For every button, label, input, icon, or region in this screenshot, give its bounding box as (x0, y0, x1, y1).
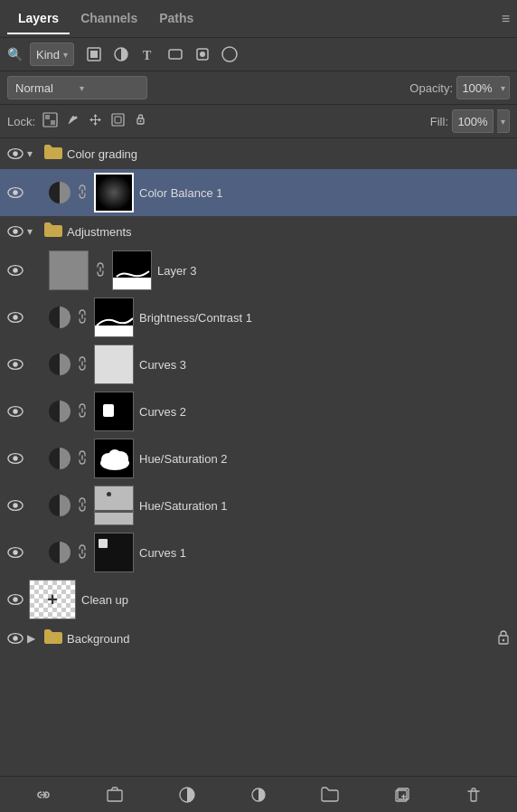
layer-row-color-balance-1[interactable]: Color Balance 1 (0, 169, 517, 216)
link-icon-curves1[interactable] (76, 543, 89, 562)
chevron-adjustments[interactable]: ▾ (27, 225, 40, 238)
svg-point-15 (140, 120, 142, 122)
adj-icon-huesat1 (49, 495, 70, 516)
filter-icons: T (85, 45, 239, 63)
opacity-dropdown-arrow[interactable]: ▾ (497, 76, 510, 99)
filter-adj-icon[interactable] (112, 45, 130, 63)
svg-point-30 (13, 409, 17, 413)
tab-paths[interactable]: Paths (148, 4, 204, 34)
layer-row-curves3[interactable]: Curves 3 (0, 341, 517, 388)
visibility-eye-huesat2[interactable] (7, 452, 24, 465)
visibility-eye-curves3[interactable] (7, 358, 24, 371)
visibility-eye-curves1[interactable] (7, 546, 24, 559)
svg-rect-10 (51, 120, 55, 125)
layer-name-curves2: Curves 2 (139, 405, 510, 419)
thumb-brightness1 (94, 297, 134, 337)
lock-badge-background (497, 629, 510, 648)
panel-menu-icon[interactable]: ≡ (502, 11, 510, 27)
filter-smart-icon[interactable] (193, 45, 212, 63)
svg-text:T: T (143, 49, 152, 62)
add-style-button[interactable] (102, 782, 127, 807)
filter-pixel-icon[interactable] (85, 45, 103, 63)
blend-mode-label: Normal (15, 81, 76, 95)
group-row-background[interactable]: ▶ Background (0, 623, 517, 654)
link-icon-huesat1[interactable] (76, 496, 89, 515)
layer-row-curves1[interactable]: Curves 1 (0, 529, 517, 576)
svg-point-32 (13, 456, 17, 460)
visibility-eye-cleanup[interactable] (7, 593, 24, 606)
layer-row-huesat1[interactable]: Hue/Saturation 1 (0, 482, 517, 529)
visibility-eye-huesat1[interactable] (7, 499, 24, 512)
layer-row-cleanup[interactable]: + Clean up (0, 576, 517, 623)
visibility-eye-brightness1[interactable] (7, 311, 24, 324)
group-row-color-grading[interactable]: ▾ Color grading (0, 138, 517, 169)
fill-input[interactable] (452, 109, 494, 133)
link-icon-curves3[interactable] (76, 355, 89, 374)
layer-row-curves2[interactable]: Curves 2 (0, 388, 517, 435)
svg-rect-4 (169, 50, 182, 59)
tab-channels[interactable]: Channels (70, 4, 148, 34)
filter-text-icon[interactable]: T (139, 45, 157, 63)
lock-artboard-icon[interactable] (110, 112, 126, 130)
lock-transparent-icon[interactable] (42, 112, 58, 130)
thumb-huesat1 (94, 486, 134, 525)
filter-bar: 🔍 Kind ▾ T (0, 38, 517, 71)
fill-label: Fill: (430, 115, 448, 128)
svg-point-17 (13, 151, 17, 156)
fill-dropdown-arrow[interactable]: ▾ (497, 109, 510, 133)
layer-row-brightness1[interactable]: Brightness/Contrast 1 (0, 294, 517, 341)
svg-point-11 (75, 117, 78, 119)
visibility-eye-layer3[interactable] (7, 264, 24, 277)
kind-arrow: ▾ (63, 50, 68, 60)
tab-layers[interactable]: Layers (7, 4, 70, 34)
chevron-color-grading[interactable]: ▾ (27, 147, 40, 160)
group-row-adjustments[interactable]: ▾ Adjustments (0, 216, 517, 247)
lock-move-icon[interactable] (88, 112, 103, 130)
svg-rect-12 (112, 114, 124, 126)
layer-row-huesat2[interactable]: Hue/Saturation 2 (0, 435, 517, 482)
new-layer-button[interactable] (390, 782, 415, 807)
folder-icon-adjustments (43, 222, 63, 242)
filter-circle-icon[interactable] (221, 45, 239, 63)
add-mask-button[interactable] (174, 782, 200, 807)
adj-icon-huesat2 (49, 448, 70, 469)
visibility-eye-background[interactable] (7, 632, 24, 645)
filter-shape-icon[interactable] (166, 45, 184, 63)
visibility-eye-adjustments[interactable] (7, 225, 24, 238)
thumb-color-balance-1 (94, 173, 134, 212)
svg-point-6 (200, 52, 205, 57)
lock-paint-icon[interactable] (65, 112, 80, 130)
folder-icon-background (43, 628, 63, 649)
new-group-button[interactable] (317, 782, 343, 807)
svg-point-46 (503, 638, 504, 640)
link-icon-curves2[interactable] (76, 402, 89, 421)
link-icon-color-balance-1[interactable] (76, 184, 89, 203)
layer-name-huesat1: Hue/Saturation 1 (139, 499, 510, 513)
thumb-left-layer3 (49, 250, 89, 290)
lock-row: Lock: Fill: ▾ (0, 105, 517, 138)
lock-all-icon[interactable] (133, 112, 148, 130)
svg-point-36 (108, 449, 121, 462)
opacity-group: Opacity: ▾ (409, 76, 510, 99)
link-icon-layer3[interactable] (94, 261, 107, 280)
visibility-eye-curves2[interactable] (7, 405, 24, 418)
chevron-background[interactable]: ▶ (27, 632, 40, 645)
link-icon-huesat2[interactable] (76, 449, 89, 468)
svg-point-26 (13, 315, 17, 319)
visibility-eye-color-balance-1[interactable] (7, 186, 24, 199)
svg-point-38 (13, 503, 17, 507)
adj-icon-color-balance-1 (49, 182, 70, 203)
add-adjustment-button[interactable] (246, 782, 271, 807)
delete-layer-button[interactable] (461, 782, 486, 807)
link-icon-brightness1[interactable] (76, 308, 89, 327)
kind-select[interactable]: Kind ▾ (30, 42, 74, 66)
layer-row-layer3[interactable]: Layer 3 (0, 247, 517, 294)
thumb-curves3 (94, 345, 134, 384)
svg-rect-20 (96, 175, 132, 211)
opacity-input[interactable] (456, 76, 498, 99)
visibility-eye-color-grading[interactable] (7, 147, 24, 160)
group-name-adjustments: Adjustments (67, 225, 510, 239)
link-layers-button[interactable] (31, 782, 56, 807)
blend-mode-select[interactable]: Normal ▾ (7, 76, 147, 99)
svg-rect-9 (45, 115, 50, 119)
